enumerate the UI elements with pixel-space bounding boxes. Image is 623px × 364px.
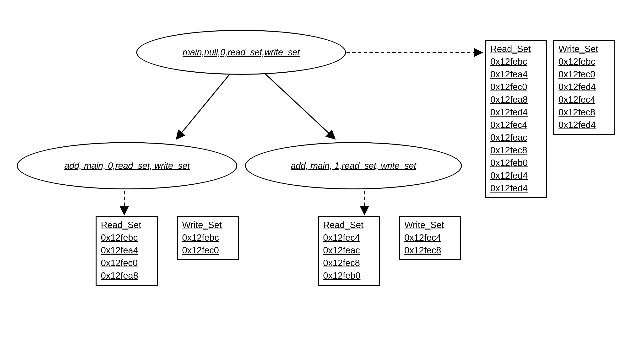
node-add-0-label: add, main, 0,read_set, write_set [64,161,190,171]
addr-value: 0x12feb0 [323,271,375,281]
svg-line-0 [177,72,232,139]
addr-value: 0x12fec8 [558,107,610,118]
addr-value: 0x12fed4 [558,120,610,130]
top-write-set-box: Write_Set 0x12febc0x12fec00x12fed40x12fe… [553,40,615,135]
node-main: main,null,0,read_set,write_set [136,30,346,75]
addr-value: 0x12fed4 [490,107,542,118]
addr-value: 0x12fed4 [490,183,542,193]
left-read-set-box: Read_Set 0x12febc0x12fea40x12fec00x12fea… [96,216,158,286]
addr-value: 0x12feac [490,132,542,143]
right-write-set-box: Write_Set 0x12fec40x12fec8 [399,216,461,260]
addr-value: 0x12fec0 [101,258,153,268]
addr-value: 0x12fea8 [490,95,542,105]
top-read-set-box: Read_Set 0x12febc0x12fea40x12fec00x12fea… [485,40,547,198]
node-add-0: add, main, 0,read_set, write_set [17,142,237,189]
addr-value: 0x12feac [323,245,375,256]
addr-value: 0x12feb0 [490,158,542,168]
addr-value: 0x12fea4 [101,245,153,256]
addr-value: 0x12febc [182,233,234,243]
addr-value: 0x12fec0 [558,69,610,80]
addr-value: 0x12fec8 [323,258,375,268]
diagram-canvas: main,null,0,read_set,write_set add, main… [0,0,623,364]
addr-value: 0x12fed4 [490,171,542,181]
addr-list: 0x12fec40x12feac0x12fec80x12feb0 [323,233,375,281]
node-main-label: main,null,0,read_set,write_set [183,47,300,58]
addr-value: 0x12fec0 [490,82,542,92]
addr-value: 0x12fec8 [490,145,542,155]
addr-value: 0x12fec4 [404,233,456,243]
set-title: Write_Set [182,220,234,230]
addr-value: 0x12fec4 [558,95,610,105]
right-read-set-box: Read_Set 0x12fec40x12feac0x12fec80x12feb… [318,216,380,286]
addr-value: 0x12febc [490,57,542,67]
set-title: Read_Set [101,220,153,230]
addr-value: 0x12fec0 [182,245,234,256]
node-add-1-label: add, main, 1,read_set, write_set [291,161,416,171]
set-title: Read_Set [490,44,542,54]
left-write-set-box: Write_Set 0x12febc0x12fec0 [177,216,239,260]
node-add-1: add, main, 1,read_set, write_set [245,142,462,189]
addr-value: 0x12fed4 [558,82,610,92]
addr-value: 0x12fec8 [404,245,456,256]
addr-list: 0x12febc0x12fea40x12fec00x12fea8 [101,233,153,281]
set-title: Read_Set [323,220,375,230]
addr-list: 0x12fec40x12fec8 [404,233,456,256]
addr-list: 0x12febc0x12fec0 [182,233,234,256]
addr-value: 0x12fea4 [490,69,542,80]
set-title: Write_Set [558,44,610,54]
addr-list: 0x12febc0x12fea40x12fec00x12fea80x12fed4… [490,57,542,193]
addr-value: 0x12fec4 [490,120,542,130]
addr-value: 0x12febc [558,57,610,67]
addr-value: 0x12febc [101,233,153,243]
svg-line-1 [263,72,334,139]
set-title: Write_Set [404,220,456,230]
addr-list: 0x12febc0x12fec00x12fed40x12fec40x12fec8… [558,57,610,130]
addr-value: 0x12fea8 [101,271,153,281]
addr-value: 0x12fec4 [323,233,375,243]
